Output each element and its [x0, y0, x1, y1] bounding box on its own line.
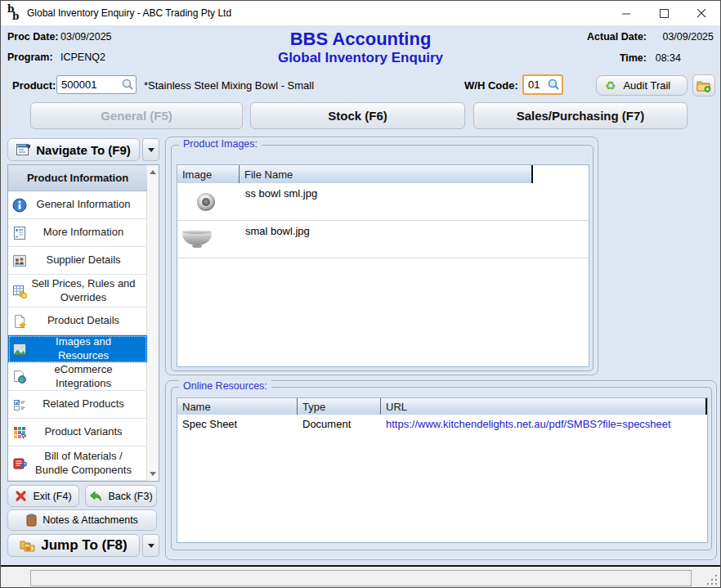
status-message-box: [30, 570, 692, 586]
window-title: Global Inventory Enquiry - ABC Trading P…: [27, 7, 231, 19]
minimize-button[interactable]: [607, 1, 645, 25]
navigate-form-icon: [16, 144, 30, 156]
wh-code-label: W/H Code:: [464, 79, 518, 92]
screen-title: Global Inventory Enquiry: [1, 50, 720, 66]
product-details-icon: [12, 314, 27, 329]
back-button[interactable]: Back (F3): [85, 485, 157, 507]
nav-section-header: Product Information: [8, 165, 147, 191]
nav-item-images-and-resources[interactable]: Images and Resources: [8, 335, 147, 363]
column-header-file-name[interactable]: File Name: [240, 165, 533, 183]
navigate-dropdown-button[interactable]: [142, 138, 159, 161]
folder-plus-icon: [696, 79, 711, 92]
product-images-panel: Product Images: Image File Name ss bowl …: [165, 137, 598, 375]
jump-to-button[interactable]: Jump To (F8): [7, 534, 140, 557]
actual-date-value: 03/09/2025: [662, 31, 714, 43]
close-button[interactable]: [683, 1, 720, 25]
column-header-name[interactable]: Name: [177, 398, 298, 415]
product-description: *Stainless Steel Mixing Bowl - Small: [144, 79, 314, 92]
resize-grip-icon[interactable]: [705, 573, 717, 585]
images-icon: [12, 342, 27, 357]
product-search-icon[interactable]: [121, 78, 134, 91]
app-window: bb Global Inventory Enquiry - ABC Tradin…: [0, 0, 721, 588]
nav-item-sell-prices[interactable]: Sell Prices, Rules and Overrides: [8, 275, 147, 307]
audit-trail-label: Audit Trail: [623, 79, 670, 92]
resource-type: Document: [302, 418, 351, 430]
jump-to-label: Jump To (F8): [41, 537, 127, 554]
navigation-list: Product Information General Information …: [7, 164, 159, 482]
status-bar: [1, 567, 720, 588]
time-label: Time:: [620, 52, 647, 64]
column-header-url[interactable]: URL: [381, 398, 707, 415]
product-variants-icon: [12, 425, 27, 440]
navigate-to-label: Navigate To (F9): [36, 143, 131, 157]
table-row[interactable]: smal bowl.jpg: [177, 221, 589, 258]
nav-item-product-variants[interactable]: Product Variants: [8, 419, 147, 447]
nav-item-bill-of-materials[interactable]: Bill of Materials / Bundle Components: [8, 447, 147, 481]
online-resources-legend: Online Resources:: [179, 380, 271, 392]
table-row[interactable]: ss bowl sml.jpg: [177, 183, 589, 221]
maximize-button[interactable]: [645, 1, 683, 25]
bowl-top-view-thumbnail[interactable]: [197, 193, 215, 211]
bom-icon: [12, 456, 27, 471]
time-value: 08:34: [656, 52, 681, 64]
nav-item-more-information[interactable]: More Information: [8, 219, 147, 247]
back-label: Back (F3): [108, 491, 152, 502]
online-resources-table[interactable]: Name Type URL Spec Sheet Document https:…: [177, 397, 708, 543]
titlebar: bb Global Inventory Enquiry - ABC Tradin…: [1, 1, 720, 25]
tab-stock[interactable]: Stock (F6): [250, 102, 465, 129]
online-resources-fieldset: Online Resources: Name Type URL Spec She…: [171, 387, 712, 550]
column-header-type[interactable]: Type: [298, 398, 381, 415]
scroll-down-icon[interactable]: [150, 472, 156, 476]
tab-general[interactable]: General (F5): [30, 102, 243, 129]
jump-folders-icon: [20, 539, 35, 552]
clipboard-icon: [26, 514, 37, 527]
nav-item-product-details[interactable]: Product Details: [8, 307, 147, 335]
new-folder-button[interactable]: [692, 74, 715, 97]
tab-sales-purchasing[interactable]: Sales/Purchasing (F7): [473, 102, 687, 129]
navigate-to-button[interactable]: Navigate To (F9): [7, 138, 140, 161]
audit-trail-button[interactable]: ♻ Audit Trail: [596, 75, 687, 96]
scroll-up-icon[interactable]: [150, 170, 156, 174]
product-label: Product:: [12, 79, 56, 92]
product-images-fieldset: Product Images: Image File Name ss bowl …: [171, 145, 593, 371]
more-info-icon: [12, 226, 27, 240]
ecommerce-icon: [12, 370, 27, 384]
wh-search-icon[interactable]: [547, 78, 560, 91]
nav-item-supplier-details[interactable]: Supplier Details: [8, 247, 147, 275]
related-products-icon: [12, 397, 27, 412]
nav-item-general-information[interactable]: General Information: [8, 191, 147, 219]
back-arrow-icon: [89, 491, 102, 502]
resource-url-link[interactable]: https://www.kitchendelights.net.au/pdf/S…: [386, 418, 671, 430]
info-icon: [12, 198, 27, 213]
product-images-legend: Product Images:: [179, 138, 262, 150]
online-resources-panel: Online Resources: Name Type URL Spec She…: [165, 380, 717, 560]
app-logo-icon: bb: [7, 6, 22, 20]
notes-label: Notes & Attachments: [43, 514, 138, 526]
resource-name: Spec Sheet: [182, 418, 237, 430]
recycle-icon: ♻: [605, 79, 616, 92]
exit-x-icon: [15, 490, 27, 502]
exit-button[interactable]: Exit (F4): [7, 485, 79, 507]
actual-date-label: Actual Date:: [587, 31, 647, 43]
nav-item-related-products[interactable]: Related Products: [8, 391, 147, 419]
exit-label: Exit (F4): [33, 491, 71, 502]
column-header-image[interactable]: Image: [177, 165, 240, 183]
nav-item-ecommerce-integrations[interactable]: eCommerce Integrations: [8, 363, 147, 391]
product-images-table[interactable]: Image File Name ss bowl sml.jpg smal bow…: [177, 164, 589, 367]
notes-attachments-button[interactable]: Notes & Attachments: [7, 509, 157, 531]
jump-dropdown-button[interactable]: [142, 534, 159, 557]
bowl-side-view-thumbnail[interactable]: [182, 231, 212, 245]
nav-scrollbar[interactable]: [146, 165, 159, 481]
supplier-icon: [12, 254, 27, 268]
table-row[interactable]: Spec Sheet Document https://www.kitchend…: [177, 415, 707, 433]
sell-prices-icon: [12, 284, 27, 298]
